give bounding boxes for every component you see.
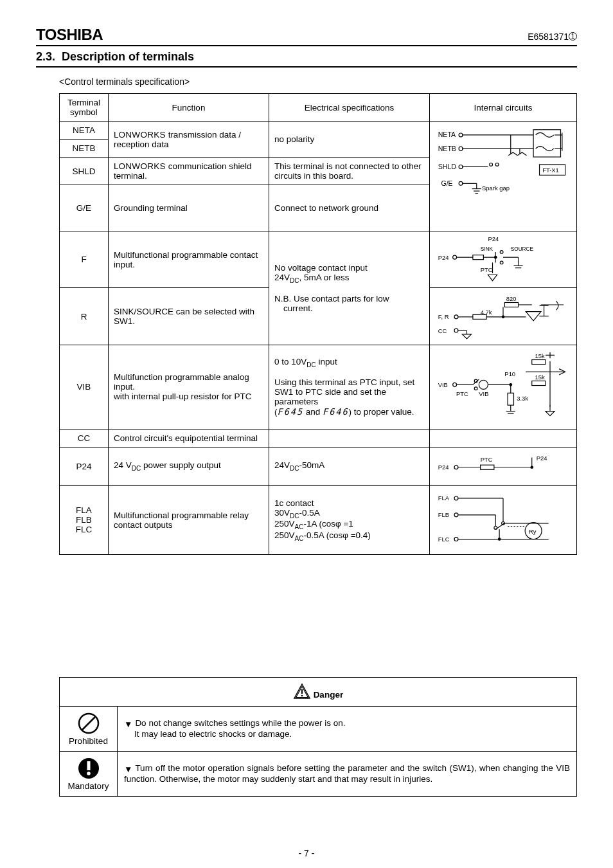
- cell-r-func: SINK/SOURCE can be selected with SW1.: [109, 288, 269, 345]
- t: 1c contact: [274, 498, 314, 508]
- cell-p24-symbol: P24: [60, 447, 109, 485]
- t: -0.5A (cosφ =0.4): [303, 530, 370, 540]
- t: and: [303, 407, 323, 417]
- sub-dc: DC: [290, 465, 299, 472]
- svg-text:NETA: NETA: [438, 131, 456, 139]
- svg-text:FLB: FLB: [438, 511, 449, 518]
- t: 24 V: [114, 460, 132, 470]
- svg-point-121: [87, 772, 91, 775]
- row-vib: VIB Multifunction programmable analog in…: [60, 345, 577, 429]
- th-function: Function: [109, 94, 269, 122]
- bullet-icon: ▼: [124, 764, 132, 774]
- svg-line-72: [473, 379, 479, 384]
- t: FLC: [76, 525, 93, 534]
- cell-fl-symbol: FLA FLB FLC: [60, 485, 109, 554]
- svg-point-1: [459, 133, 463, 137]
- svg-point-116: [301, 695, 303, 697]
- svg-point-58: [454, 329, 458, 332]
- t: N.B. Use contact parts for low: [274, 294, 389, 303]
- svg-text:NETB: NETB: [438, 145, 456, 152]
- doc-rev: 1: [569, 32, 577, 41]
- cell-p24-func: 24 VDC power supply output: [109, 447, 269, 485]
- page-number: - 7 -: [36, 848, 577, 858]
- row-f: F Multifunctional programmable contact i…: [60, 231, 577, 288]
- svg-rect-120: [87, 761, 90, 770]
- t: 250V: [274, 519, 295, 529]
- t: FLA: [76, 505, 92, 515]
- mandatory-cell: Mandatory: [60, 751, 118, 796]
- svg-text:3.3k: 3.3k: [517, 395, 528, 402]
- svg-point-97: [454, 513, 458, 517]
- cell-fr-spec: No voltage contact input 24VDC, 5mA or l…: [269, 231, 430, 345]
- svg-point-31: [453, 255, 457, 259]
- t: -1A (cosφ =1: [303, 519, 353, 529]
- cell-fl-spec: 1c contact 30VDC-0.5A 250VAC-1A (cosφ =1…: [269, 485, 430, 554]
- row-p24: P24 24 VDC power supply output 24VDC-50m…: [60, 447, 577, 485]
- section-title: 2.3. Description of terminals: [36, 50, 577, 68]
- prohibited-text: ▼Do not change switches settings while t…: [118, 706, 577, 751]
- svg-text:SINK: SINK: [481, 246, 493, 252]
- code2: F646: [323, 406, 349, 417]
- section-title-text: Description of terminals: [62, 50, 194, 63]
- svg-point-19: [490, 163, 493, 167]
- sub-ac: AC: [295, 535, 304, 542]
- p24-circuit-svg: P24 PTC P24: [435, 451, 571, 482]
- prohibited-cell: Prohibited: [60, 706, 118, 751]
- cell-cc-func: Control circuit's equipotential terminal: [109, 429, 269, 447]
- svg-point-86: [454, 465, 458, 469]
- t: L: [114, 130, 119, 140]
- net-circuit-svg: NETA NETB SHLD G/E FT-X1: [435, 127, 571, 225]
- t: L: [114, 161, 119, 171]
- svg-text:P24: P24: [488, 235, 499, 242]
- svg-point-99: [454, 537, 458, 541]
- danger-title-text: Danger: [314, 690, 344, 700]
- cell-vib-func: Multifunction programmable analog input.…: [109, 345, 269, 429]
- svg-text:PTC: PTC: [456, 390, 468, 397]
- svg-point-71: [474, 387, 477, 390]
- t: FLB: [76, 515, 92, 525]
- cell-cc-circuit: [430, 429, 577, 447]
- t: 24V: [274, 460, 290, 470]
- danger-mandatory-row: Mandatory ▼Turn off the motor operation …: [60, 751, 577, 796]
- r-circuit-svg: 820 4.7k F, R CC: [435, 292, 571, 340]
- t: power supply output: [141, 460, 221, 470]
- svg-rect-62: [532, 359, 546, 364]
- svg-text:15k: 15k: [535, 352, 544, 359]
- cell-vib-circuit: 15k P10 15k VIB PTCVIB 3.3k: [430, 345, 577, 429]
- section-number: 2.3.: [36, 50, 55, 63]
- svg-point-68: [453, 383, 457, 386]
- danger-section: Danger Prohibited ▼Do not change switche…: [36, 677, 577, 797]
- svg-rect-66: [532, 381, 546, 385]
- cell-cc-spec: [269, 429, 430, 447]
- svg-text:VIB: VIB: [479, 390, 488, 397]
- vib-circuit-svg: 15k P10 15k VIB PTCVIB 3.3k: [435, 349, 571, 425]
- svg-text:PTC: PTC: [481, 456, 493, 463]
- cell-shld-symbol: SHLD: [60, 158, 109, 185]
- cell-fl-circuit: FLA FLB FLC Ry: [430, 485, 577, 554]
- svg-text:15k: 15k: [535, 374, 544, 381]
- mandatory-icon: [77, 757, 100, 780]
- svg-point-20: [495, 163, 499, 167]
- sub-ac: AC: [295, 523, 304, 530]
- th-spec: Electrical specifications: [269, 94, 430, 122]
- svg-text:Ry: Ry: [529, 528, 537, 535]
- svg-point-73: [479, 380, 488, 389]
- t: ONWORKS: [119, 161, 166, 171]
- row-neta: NETA LONWORKS transmission data / recept…: [60, 122, 577, 140]
- svg-rect-33: [473, 255, 483, 260]
- svg-text:G/E: G/E: [441, 179, 452, 187]
- brand-logo: TOSHIBA: [36, 26, 103, 44]
- cell-netb-symbol: NETB: [60, 140, 109, 158]
- th-circuit: Internal circuits: [430, 94, 577, 122]
- svg-text:SHLD: SHLD: [438, 163, 457, 170]
- cell-ge-spec: Connect to network ground: [269, 185, 430, 231]
- svg-text:P24: P24: [438, 464, 449, 471]
- t: 24V: [274, 273, 290, 282]
- sub-dc: DC: [290, 512, 299, 519]
- svg-text:CC: CC: [438, 327, 447, 334]
- t: 0 to 10V: [274, 357, 306, 366]
- svg-point-38: [500, 261, 503, 264]
- danger-table: Danger Prohibited ▼Do not change switche…: [59, 677, 577, 797]
- cell-f-symbol: F: [60, 231, 109, 288]
- svg-text:FT-X1: FT-X1: [542, 167, 559, 174]
